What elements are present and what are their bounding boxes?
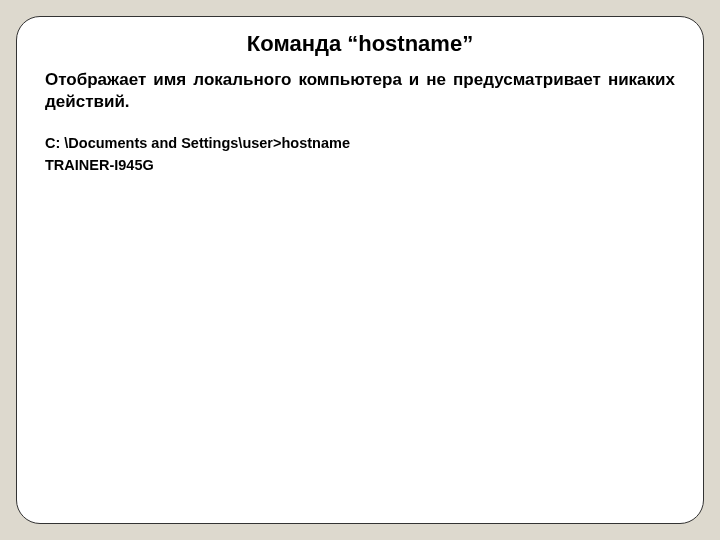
command-output-line: TRAINER-I945G <box>45 155 675 177</box>
command-prompt-line: C: \Documents and Settings\user>hostname <box>45 133 675 155</box>
slide-description: Отображает имя локального компьютера и н… <box>45 69 675 113</box>
slide-title: Команда “hostname” <box>45 31 675 57</box>
slide-card: Команда “hostname” Отображает имя локаль… <box>16 16 704 524</box>
